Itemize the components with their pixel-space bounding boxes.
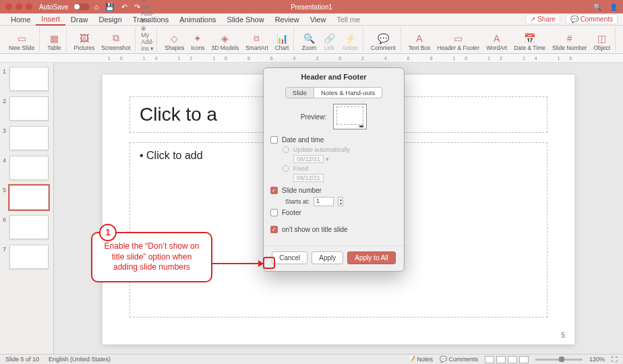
comment-button[interactable]: 💬Comment — [369, 31, 398, 53]
tab-view[interactable]: View — [305, 14, 332, 25]
chart-icon: 📊 — [276, 32, 288, 44]
save-icon[interactable]: 💾 — [105, 3, 115, 11]
dialog-tab-slide[interactable]: Slide — [285, 87, 314, 98]
tab-insert[interactable]: Insert — [36, 13, 65, 26]
preview-label: Preview: — [301, 113, 326, 121]
cancel-button[interactable]: Cancel — [272, 251, 307, 264]
object-button[interactable]: ◫Object — [591, 31, 612, 53]
slide-page-number: 5 — [561, 332, 565, 339]
tab-home[interactable]: Home — [5, 14, 36, 25]
calendar-icon: 📅 — [524, 32, 536, 44]
ribbon-tabs: Home Insert Draw Design Transitions Anim… — [0, 13, 623, 26]
header-footer-button[interactable]: ▭Header & Footer — [435, 31, 481, 53]
comments-button[interactable]: 💬 Comments — [566, 14, 618, 24]
home-icon[interactable]: ⌂ — [94, 3, 98, 11]
shapes-button[interactable]: ◇Shapes — [162, 31, 186, 53]
textbox-icon: A — [413, 32, 425, 44]
apply-all-button[interactable]: Apply to All — [347, 251, 395, 264]
datetime-button[interactable]: 📅Date & Time — [512, 31, 547, 53]
screenshot-button[interactable]: ⧉Screenshot — [99, 31, 132, 53]
view-mode-buttons[interactable] — [485, 356, 529, 363]
zoom-slider[interactable] — [535, 359, 583, 361]
icons-button[interactable]: ✦Icons — [189, 31, 206, 53]
starts-at-field[interactable]: 1 — [314, 197, 334, 206]
share-button[interactable]: ↗ Share — [525, 14, 560, 24]
slide-thumbnails-panel[interactable]: 1234567 — [0, 63, 54, 354]
cube-icon: ◈ — [219, 32, 231, 44]
dialog-tab-notes[interactable]: Notes & Hand-outs — [314, 87, 382, 98]
screenshot-icon: ⧉ — [110, 32, 122, 44]
thumbnail-7[interactable]: 7 — [3, 245, 51, 269]
link-button[interactable]: 🔗Link — [321, 31, 337, 53]
thumbnail-1[interactable]: 1 — [3, 67, 51, 91]
annotation-number: 1 — [99, 224, 117, 241]
pictures-icon: 🖼 — [78, 32, 90, 44]
comments-toggle[interactable]: 💬 Comments — [440, 356, 478, 363]
notes-toggle[interactable]: 📝 Notes — [408, 356, 433, 363]
dont-show-title-checkbox[interactable] — [270, 226, 278, 233]
search-icon[interactable]: 🔍 — [593, 3, 601, 11]
tab-review[interactable]: Review — [270, 14, 305, 25]
wordart-button[interactable]: AWordArt — [484, 31, 509, 53]
preview-thumbnail — [333, 104, 367, 129]
slidenumber-button[interactable]: #Slide Number — [550, 31, 589, 53]
thumbnail-5[interactable]: 5 — [3, 185, 51, 210]
tab-animations[interactable]: Animations — [174, 14, 221, 25]
smartart-icon: ⧈ — [251, 32, 263, 44]
tab-slideshow[interactable]: Slide Show — [222, 14, 270, 25]
undo-icon[interactable]: ↶ — [121, 3, 127, 11]
pictures-button[interactable]: 🖼Pictures — [72, 31, 97, 53]
textbox-button[interactable]: AText Box — [407, 31, 433, 53]
zoom-button[interactable]: 🔍Zoom — [299, 31, 318, 53]
horizontal-ruler: 16 14 12 10 8 6 4 2 0 2 4 6 8 10 12 14 1… — [0, 54, 623, 63]
zoom-icon: 🔍 — [303, 32, 315, 44]
table-button[interactable]: ▦Table — [45, 31, 63, 53]
auto-date-field[interactable]: 08/12/21 — [293, 155, 324, 163]
chart-button[interactable]: 📊Chart — [273, 31, 291, 53]
ribbon: ▭New Slide ▦Table 🖼Pictures ⧉Screenshot … — [0, 26, 623, 54]
language-indicator[interactable]: English (United States) — [49, 356, 111, 363]
table-icon: ▦ — [48, 32, 60, 44]
new-slide-button[interactable]: ▭New Slide — [7, 31, 36, 53]
tab-design[interactable]: Design — [94, 14, 127, 25]
datetime-checkbox[interactable] — [270, 136, 278, 144]
annotation-text: Enable the “Don’t show on title slide” o… — [102, 241, 202, 273]
traffic-lights[interactable] — [5, 3, 32, 10]
fixed-date-field[interactable]: 08/12/21 — [293, 174, 324, 182]
dialog-title: Header and Footer — [264, 68, 404, 84]
smartart-button[interactable]: ⧈SmartArt — [243, 31, 270, 53]
annotation-callout: 1 Enable the “Don’t show on title slide”… — [91, 232, 212, 282]
apply-button[interactable]: Apply — [312, 251, 343, 264]
quick-access[interactable]: ⌂ 💾 ↶ ↷ — [94, 3, 140, 11]
dont-show-title-label: on't show on title slide — [282, 226, 348, 233]
new-slide-icon: ▭ — [16, 32, 28, 44]
slidenumber-label: Slide number — [282, 187, 322, 194]
thumbnail-6[interactable]: 6 — [3, 215, 51, 239]
thumbnail-2[interactable]: 2 — [3, 96, 51, 121]
number-icon: # — [564, 32, 576, 44]
tab-tellme[interactable]: Tell me — [331, 14, 365, 25]
footer-checkbox[interactable] — [270, 209, 278, 216]
3dmodels-button[interactable]: ◈3D Models — [210, 31, 241, 53]
action-button[interactable]: ⚡Action — [340, 31, 360, 53]
fit-icon[interactable]: ⛶ — [612, 356, 618, 363]
starts-at-stepper[interactable]: ▴▾ — [338, 197, 343, 206]
comment-icon: 💬 — [377, 32, 389, 44]
thumbnail-3[interactable]: 3 — [3, 126, 51, 150]
user-icon[interactable]: 👤 — [610, 3, 618, 11]
slidenumber-checkbox[interactable] — [270, 187, 278, 194]
fixed-radio[interactable] — [283, 165, 289, 172]
slide-indicator[interactable]: Slide 5 of 10 — [5, 356, 39, 363]
redo-icon[interactable]: ↷ — [134, 3, 140, 11]
get-addins-button[interactable]: 🛍 Get Add-ins — [141, 0, 154, 24]
object-icon: ◫ — [596, 32, 608, 44]
thumbnail-4[interactable]: 4 — [3, 156, 51, 180]
my-addins-button[interactable]: ⊕ My Add-ins ▾ — [141, 25, 154, 52]
tab-draw[interactable]: Draw — [65, 14, 94, 25]
document-title: Presentation1 — [291, 3, 332, 11]
icons-icon: ✦ — [191, 32, 204, 44]
update-auto-radio[interactable] — [283, 146, 289, 153]
datetime-label: Date and time — [282, 136, 324, 144]
zoom-value[interactable]: 120% — [589, 356, 605, 363]
autosave-toggle[interactable] — [73, 3, 90, 10]
